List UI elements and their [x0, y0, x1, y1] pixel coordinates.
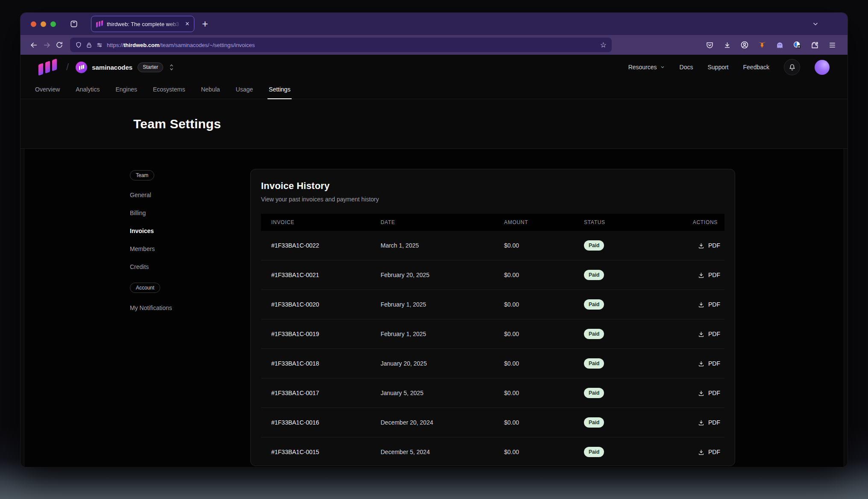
metamask-icon[interactable] — [757, 38, 767, 51]
header-link-resources[interactable]: Resources — [628, 64, 665, 71]
lock-icon[interactable] — [86, 42, 92, 48]
site-header: / saminacodes Starter ResourcesDocsSuppo… — [21, 55, 847, 80]
close-window-button[interactable] — [31, 21, 36, 27]
browser-tabbar: thirdweb: The complete web3 d × + — [21, 13, 847, 35]
download-pdf-button[interactable]: PDF — [698, 242, 720, 249]
sidebar-item-invoices[interactable]: Invoices — [130, 222, 228, 240]
list-tabs-chevron-icon[interactable] — [812, 20, 819, 28]
invoice-id: #1F33BA1C-0021 — [261, 272, 381, 278]
download-pdf-button[interactable]: PDF — [698, 272, 720, 278]
status-badge: Paid — [584, 240, 604, 251]
status-badge: Paid — [584, 270, 604, 280]
status-badge: Paid — [584, 388, 604, 398]
page-title-band: Team Settings — [21, 99, 847, 149]
invoice-amount: $0.00 — [504, 331, 584, 337]
invoice-status-cell: Paid — [584, 299, 674, 310]
thirdweb-logo-icon[interactable] — [38, 59, 57, 76]
download-pdf-button[interactable]: PDF — [698, 360, 720, 367]
download-pdf-button[interactable]: PDF — [698, 331, 720, 337]
firefox-view-icon[interactable] — [70, 20, 78, 28]
url-bar[interactable]: https://thirdweb.com/team/saminacodes/~/… — [70, 38, 612, 52]
invoice-table-row: #1F33BA1C-0022 March 1, 2025 $0.00 Paid … — [261, 231, 724, 260]
tab-usage[interactable]: Usage — [236, 80, 253, 99]
menu-icon[interactable] — [827, 38, 837, 51]
thirdweb-favicon-icon — [96, 20, 103, 27]
sidebar-item-my-notifications[interactable]: My Notifications — [130, 299, 228, 317]
sidebar-item-credits[interactable]: Credits — [130, 258, 228, 276]
invoice-table-row: #1F33BA1C-0017 January 5, 2025 $0.00 Pai… — [261, 378, 724, 408]
status-badge: Paid — [584, 417, 604, 428]
password-manager-icon[interactable] — [792, 38, 802, 51]
download-pdf-button[interactable]: PDF — [698, 419, 720, 426]
invoice-status-cell: Paid — [584, 329, 674, 339]
invoice-date: December 5, 2024 — [381, 449, 504, 455]
back-icon[interactable] — [27, 38, 40, 51]
breadcrumb-slash: / — [66, 62, 69, 73]
tab-overview[interactable]: Overview — [35, 80, 60, 99]
new-tab-button[interactable]: + — [202, 18, 208, 30]
tab-nebula[interactable]: Nebula — [201, 80, 220, 99]
notifications-button[interactable] — [784, 59, 800, 75]
download-icon — [698, 419, 704, 426]
browser-window: thirdweb: The complete web3 d × + — [21, 13, 847, 467]
status-badge: Paid — [584, 329, 604, 339]
window-controls — [31, 21, 56, 27]
pocket-icon[interactable] — [704, 38, 715, 51]
invoice-id: #1F33BA1C-0016 — [261, 419, 381, 426]
invoice-table-header: INVOICEDATEAMOUNTSTATUSACTIONS — [261, 214, 724, 231]
invoice-table-row: #1F33BA1C-0019 February 1, 2025 $0.00 Pa… — [261, 319, 724, 349]
header-link-docs[interactable]: Docs — [680, 64, 693, 71]
column-header: DATE — [381, 219, 504, 225]
page-title: Team Settings — [133, 117, 221, 131]
account-icon[interactable] — [739, 38, 750, 51]
minimize-window-button[interactable] — [41, 21, 46, 27]
browser-tab[interactable]: thirdweb: The complete web3 d × — [91, 16, 194, 32]
team-switcher-icon[interactable] — [168, 64, 175, 71]
sidebar-item-general[interactable]: General — [130, 186, 228, 204]
team-avatar[interactable] — [76, 62, 87, 73]
header-link-feedback[interactable]: Feedback — [743, 64, 769, 71]
sidebar-group-badge: Team — [130, 170, 154, 180]
tab-analytics[interactable]: Analytics — [76, 80, 100, 99]
tab-settings[interactable]: Settings — [269, 80, 290, 99]
column-header: STATUS — [584, 219, 674, 225]
forward-icon[interactable] — [40, 38, 53, 51]
settings-content: Team GeneralBillingInvoicesMembersCredit… — [24, 149, 844, 467]
invoice-amount: $0.00 — [504, 360, 584, 367]
extensions-puzzle-icon[interactable] — [809, 38, 820, 51]
downloads-icon[interactable] — [722, 38, 732, 51]
invoice-table-row: #1F33BA1C-0020 February 1, 2025 $0.00 Pa… — [261, 290, 724, 319]
download-pdf-button[interactable]: PDF — [698, 390, 720, 396]
sidebar-group: Account My Notifications — [130, 283, 228, 317]
sidebar-item-billing[interactable]: Billing — [130, 204, 228, 222]
shield-icon[interactable] — [75, 41, 82, 48]
header-link-support[interactable]: Support — [707, 64, 728, 71]
team-name[interactable]: saminacodes — [92, 64, 132, 71]
browser-toolbar: https://thirdweb.com/team/saminacodes/~/… — [21, 35, 847, 55]
tab-engines[interactable]: Engines — [115, 80, 137, 99]
invoice-date: February 20, 2025 — [381, 272, 504, 278]
tab-title: thirdweb: The complete web3 d — [107, 21, 182, 27]
invoice-amount: $0.00 — [504, 449, 584, 455]
tab-ecosystems[interactable]: Ecosystems — [153, 80, 185, 99]
invoice-status-cell: Paid — [584, 358, 674, 369]
close-tab-icon[interactable]: × — [185, 21, 189, 27]
bookmark-star-icon[interactable]: ☆ — [600, 41, 607, 49]
phantom-icon[interactable] — [774, 38, 785, 51]
column-header: AMOUNT — [504, 219, 584, 225]
download-pdf-button[interactable]: PDF — [698, 301, 720, 308]
invoice-status-cell: Paid — [584, 270, 674, 280]
download-icon — [698, 331, 704, 337]
invoice-table: INVOICEDATEAMOUNTSTATUSACTIONS #1F33BA1C… — [261, 214, 724, 466]
sidebar-item-members[interactable]: Members — [130, 240, 228, 258]
download-pdf-button[interactable]: PDF — [698, 449, 720, 455]
invoice-date: February 1, 2025 — [381, 331, 504, 337]
dashboard-tabs: OverviewAnalyticsEnginesEcosystemsNebula… — [21, 80, 847, 99]
reload-icon[interactable] — [53, 38, 66, 51]
permissions-icon[interactable] — [96, 41, 103, 48]
desktop: thirdweb: The complete web3 d × + — [0, 0, 868, 499]
status-badge: Paid — [584, 447, 604, 457]
user-avatar[interactable] — [815, 60, 830, 75]
zoom-window-button[interactable] — [50, 21, 56, 27]
sidebar-group: Team GeneralBillingInvoicesMembersCredit… — [130, 170, 228, 276]
